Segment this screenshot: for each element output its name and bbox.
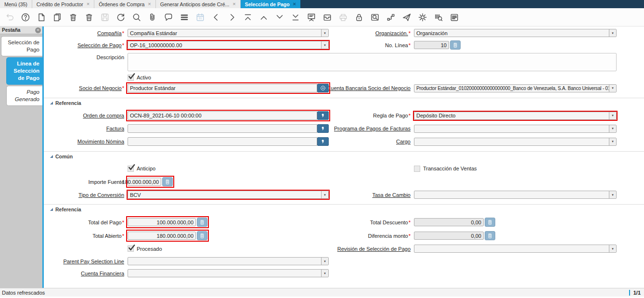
compania-label[interactable]: Compañía [97,30,122,36]
cuenta-financiera-select[interactable]: ▼ [128,269,329,277]
socio-del-negocio-input[interactable]: Productor Estándar [128,84,317,92]
transaccion-ventas-checkbox[interactable]: Transacción de Ventas [414,165,477,172]
lock-button[interactable] [353,11,365,24]
calculator-button[interactable] [485,231,495,240]
calculator-button[interactable] [197,218,207,227]
dropdown-caret-icon[interactable]: ▼ [321,41,328,49]
dropdown-caret-icon[interactable]: ▼ [321,191,328,198]
tab-credito-de-productor[interactable]: Crédito de Productor× [32,0,94,8]
parent-pay-selection-line-label[interactable]: Parent Pay Selection Line [63,259,124,264]
previous-record-button[interactable] [210,11,222,24]
cargo-label[interactable]: Cargo [396,139,411,144]
delete-selection-button[interactable] [83,11,95,24]
cargo-select[interactable]: ▼ [414,138,617,146]
cuenta-financiera-label[interactable]: Cuenta Financiera [81,271,124,276]
refresh-button[interactable] [115,11,127,24]
collapse-triangle-icon[interactable] [50,155,53,158]
zoom-across-button[interactable] [369,11,381,24]
dropdown-caret-icon[interactable]: ▼ [321,29,328,37]
tab-menu[interactable]: Menú (35) [0,0,32,8]
seleccion-de-pago-label[interactable]: Selección de Pago [77,42,122,48]
revision-seleccion-pago-select[interactable]: ▼ [414,245,617,253]
bpartner-info-button[interactable] [317,84,329,92]
dropdown-caret-icon[interactable]: ▼ [609,85,616,92]
calculator-button[interactable] [485,218,495,227]
seleccion-de-pago-select[interactable]: OP-16_100000000.00▼ [128,41,329,49]
close-icon[interactable]: × [293,1,296,7]
new-record-button[interactable] [35,11,47,24]
attachment-button[interactable] [146,11,158,24]
find-button[interactable] [130,11,142,24]
record-lookup-button[interactable] [317,124,329,133]
revision-seleccion-pago-label[interactable]: Revisión de Selección de Pago [337,246,411,252]
cuenta-bancaria-socio-label[interactable]: Cuenta Bancaria Socio del Negocio [327,85,411,91]
factura-input[interactable] [128,124,317,133]
compania-select[interactable]: Compañía Estándar▼ [128,29,329,37]
detail-record-button[interactable] [273,11,285,24]
close-icon[interactable]: × [148,1,151,7]
activo-checkbox[interactable]: Activo [128,74,151,81]
socio-del-negocio-label[interactable]: Socio del Negocio [79,85,122,91]
factura-label[interactable]: Factura [106,126,124,131]
dropdown-caret-icon[interactable]: ▼ [609,138,616,145]
preferences-button[interactable] [416,11,428,24]
tab-ordenes-de-compra[interactable]: Órdenes de Compra× [94,0,156,8]
archive-button[interactable] [321,11,333,24]
dropdown-caret-icon[interactable]: ▼ [609,29,616,37]
report-button[interactable] [305,11,317,24]
calculator-button[interactable] [162,177,173,186]
chat-button[interactable] [162,11,174,24]
record-lookup-button[interactable] [317,111,329,120]
cuenta-bancaria-socio-select[interactable]: Productor Estándar_01020000000000000000_… [414,84,617,92]
first-record-button[interactable] [242,11,254,24]
no-linea-input[interactable]: 10 [414,41,449,49]
regla-de-pago-select[interactable]: Depósito Directo▼ [414,112,617,120]
parent-record-button[interactable] [258,11,270,24]
dropdown-caret-icon[interactable]: ▼ [609,191,616,198]
grid-toggle-button[interactable] [178,11,190,24]
anticipo-checkbox[interactable]: Anticipo [128,165,155,172]
orden-de-compra-input[interactable]: OCN-89_2021-06-10 00:00:00 [128,111,317,120]
total-descuento-input[interactable]: 0,00 [414,218,484,226]
movimiento-nomina-input[interactable] [128,137,317,146]
dropdown-caret-icon[interactable]: ▼ [609,125,616,132]
last-record-button[interactable] [289,11,301,24]
workflow-button[interactable] [385,11,397,24]
sidebar-item-linea-de-seleccion-de-pago[interactable]: Línea de Selección de Pago [6,57,42,85]
total-del-pago-input[interactable]: 100.000.000,00 [128,218,196,226]
dropdown-caret-icon[interactable]: ▼ [321,270,328,277]
dropdown-caret-icon[interactable]: ▼ [609,245,616,252]
sidebar-item-pago-generado[interactable]: Pago Generado [6,86,42,106]
calculator-button[interactable] [197,231,207,240]
collapse-triangle-icon[interactable] [50,102,53,104]
parent-pay-selection-line-select[interactable]: ▼ [128,257,329,265]
dropdown-caret-icon[interactable]: ▼ [321,258,328,265]
sidebar-item-seleccion-de-pago[interactable]: Selección de Pago [1,36,42,56]
collapse-triangle-icon[interactable] [50,208,53,211]
total-abierto-input[interactable]: 180.000.000,00 [128,232,196,240]
copy-record-button[interactable] [51,11,63,24]
organizacion-select[interactable]: Organización▼ [414,29,617,37]
send-request-button[interactable] [400,11,412,24]
delete-record-button[interactable] [67,11,79,24]
organizacion-label[interactable]: Organización. [375,30,408,36]
programa-pagos-facturas-label[interactable]: Programa de Pagos de Facturas [334,126,411,131]
diferencia-monto-input[interactable]: 0,00 [414,232,484,240]
tab-generar-anticipos[interactable]: Generar Anticipos desde Cré...× [156,0,241,8]
importe-fuente-input[interactable]: 180.000.000,00 [128,178,161,186]
movimiento-nomina-label[interactable]: Movimiento Nómina [77,139,124,144]
tipo-de-conversion-select[interactable]: BCV▼ [128,191,329,199]
dropdown-caret-icon[interactable]: ▼ [609,112,616,119]
help-button[interactable] [19,11,31,24]
programa-pagos-facturas-select[interactable]: ▼ [414,125,617,133]
procesado-checkbox[interactable]: Procesado [128,245,162,253]
close-icon[interactable]: × [87,1,90,7]
orden-de-compra-label[interactable]: Orden de compra [83,113,124,118]
calculator-button[interactable] [450,40,461,50]
product-info-button[interactable] [432,11,444,24]
help-window-button[interactable] [448,11,460,24]
tasa-de-cambio-select[interactable]: ▼ [414,191,617,199]
collapse-sidebar-button[interactable]: « [35,27,41,33]
next-record-button[interactable] [226,11,238,24]
tipo-de-conversion-label[interactable]: Tipo de Conversión [78,192,124,198]
